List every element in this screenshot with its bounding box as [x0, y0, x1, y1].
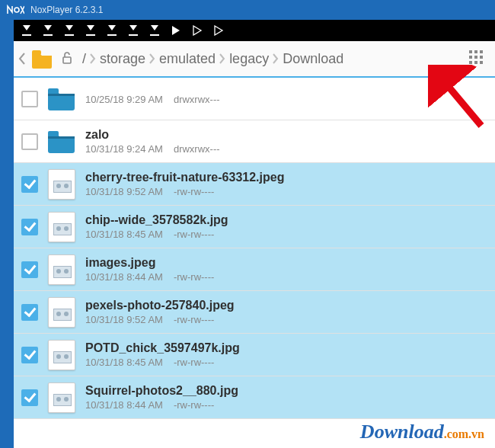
file-permissions: drwxrwx---: [174, 94, 220, 105]
unlock-icon[interactable]: [59, 50, 76, 67]
download-icon[interactable]: [62, 24, 76, 37]
image-file-icon: [46, 340, 78, 370]
folder-icon: [46, 84, 78, 114]
file-info: pexels-photo-257840.jpeg10/31/18 9:52 AM…: [85, 299, 490, 325]
file-list[interactable]: 10/25/18 9:29 AMdrwxrwx---zalo10/31/18 9…: [14, 78, 495, 448]
svg-rect-4: [48, 131, 59, 136]
play-icon[interactable]: [169, 24, 183, 37]
file-permissions: drwxrwx---: [174, 143, 220, 155]
download-icon[interactable]: [84, 24, 97, 37]
file-row[interactable]: pexels-photo-257840.jpeg10/31/18 9:52 AM…: [14, 291, 495, 334]
file-row[interactable]: cherry-tree-fruit-nature-63312.jpeg10/31…: [14, 163, 495, 206]
file-row[interactable]: zalo10/31/18 9:24 AMdrwxrwx---: [14, 120, 495, 163]
svg-rect-1: [63, 57, 71, 63]
checkbox[interactable]: [21, 219, 38, 235]
chevron-right-icon: [219, 53, 226, 64]
checkbox[interactable]: [21, 304, 38, 321]
breadcrumb-item[interactable]: storage: [98, 51, 147, 67]
file-date: 10/31/18 8:45 AM: [85, 357, 163, 368]
download-icon[interactable]: [20, 24, 34, 37]
nox-logo-icon: [6, 5, 24, 15]
file-date: 10/31/18 8:45 AM: [85, 229, 163, 240]
play-outline-icon[interactable]: [212, 24, 225, 37]
folder-icon: [46, 126, 78, 157]
file-permissions: -rw-rw----: [174, 399, 214, 411]
file-date: 10/31/18 9:52 AM: [85, 314, 163, 325]
file-permissions: -rw-rw----: [174, 314, 214, 325]
file-permissions: -rw-rw----: [174, 357, 214, 368]
file-info: 10/25/18 9:29 AMdrwxrwx---: [85, 92, 490, 105]
file-name: images.jpeg: [85, 256, 490, 270]
menu-grid-icon[interactable]: [469, 50, 486, 67]
breadcrumb-item[interactable]: legacy: [228, 51, 270, 67]
chevron-right-icon: [272, 53, 279, 64]
file-date: 10/25/18 9:29 AM: [85, 94, 163, 105]
image-file-icon: [46, 297, 78, 328]
file-date: 10/31/18 9:24 AM: [85, 143, 163, 155]
checkbox[interactable]: [21, 176, 38, 193]
play-outline-icon[interactable]: [190, 24, 204, 37]
file-name: pexels-photo-257840.jpeg: [85, 299, 490, 312]
image-file-icon: [46, 212, 78, 242]
checkbox[interactable]: [21, 261, 38, 278]
file-row[interactable]: images.jpeg10/31/18 8:44 AM-rw-rw----: [14, 248, 495, 291]
download-toolbar: [14, 20, 495, 41]
file-date: 10/31/18 8:44 AM: [85, 271, 163, 283]
chevron-right-icon: [89, 53, 97, 64]
file-name: cherry-tree-fruit-nature-63312.jpeg: [85, 171, 490, 184]
download-icon[interactable]: [148, 24, 161, 37]
file-date: 10/31/18 8:44 AM: [85, 399, 163, 411]
breadcrumb-bar: / storage emulated legacy Download: [14, 41, 495, 78]
file-name: POTD_chick_3597497k.jpg: [85, 341, 490, 355]
file-permissions: -rw-rw----: [174, 229, 214, 240]
chevron-right-icon: [148, 53, 156, 64]
app-title: NoxPlayer 6.2.3.1: [30, 5, 103, 15]
image-file-icon: [46, 382, 78, 413]
file-permissions: -rw-rw----: [174, 186, 214, 197]
file-name: Squirrel-photos2__880.jpg: [85, 384, 490, 398]
svg-rect-2: [48, 88, 59, 94]
download-icon[interactable]: [126, 24, 140, 37]
download-icon[interactable]: [41, 24, 55, 37]
image-file-icon: [46, 169, 78, 200]
file-info: images.jpeg10/31/18 8:44 AM-rw-rw----: [85, 256, 490, 283]
checkbox[interactable]: [21, 133, 38, 150]
file-name: zalo: [85, 128, 490, 142]
breadcrumb-root[interactable]: /: [81, 51, 88, 67]
file-row[interactable]: 10/25/18 9:29 AMdrwxrwx---: [14, 78, 495, 120]
checkbox[interactable]: [21, 91, 38, 107]
file-info: chip--wide_3578582k.jpg10/31/18 8:45 AM-…: [85, 213, 490, 240]
app-window: / storage emulated legacy Download 10/25…: [14, 20, 495, 448]
svg-rect-0: [32, 50, 41, 55]
file-row[interactable]: chip--wide_3578582k.jpg10/31/18 8:45 AM-…: [14, 206, 495, 248]
file-permissions: -rw-rw----: [174, 271, 214, 283]
file-row[interactable]: Squirrel-photos2__880.jpg10/31/18 8:44 A…: [14, 376, 495, 419]
breadcrumb-item[interactable]: emulated: [158, 51, 217, 67]
home-folder-icon[interactable]: [29, 46, 55, 72]
file-name: chip--wide_3578582k.jpg: [85, 213, 490, 227]
file-info: cherry-tree-fruit-nature-63312.jpeg10/31…: [85, 171, 490, 197]
download-icon[interactable]: [105, 24, 119, 37]
file-date: 10/31/18 9:52 AM: [85, 186, 163, 197]
checkbox[interactable]: [21, 389, 38, 406]
svg-rect-5: [48, 136, 75, 139]
image-file-icon: [46, 254, 78, 285]
file-info: Squirrel-photos2__880.jpg10/31/18 8:44 A…: [85, 384, 490, 411]
titlebar: NoxPlayer 6.2.3.1: [0, 0, 495, 20]
breadcrumb-item[interactable]: Download: [281, 51, 345, 67]
back-chevron-icon[interactable]: [18, 52, 27, 66]
file-info: zalo10/31/18 9:24 AMdrwxrwx---: [85, 128, 490, 155]
file-info: POTD_chick_3597497k.jpg10/31/18 8:45 AM-…: [85, 341, 490, 368]
checkbox[interactable]: [21, 347, 38, 363]
file-row[interactable]: POTD_chick_3597497k.jpg10/31/18 8:45 AM-…: [14, 334, 495, 376]
svg-rect-3: [48, 94, 75, 96]
watermark: Download.com.vn: [360, 421, 484, 443]
